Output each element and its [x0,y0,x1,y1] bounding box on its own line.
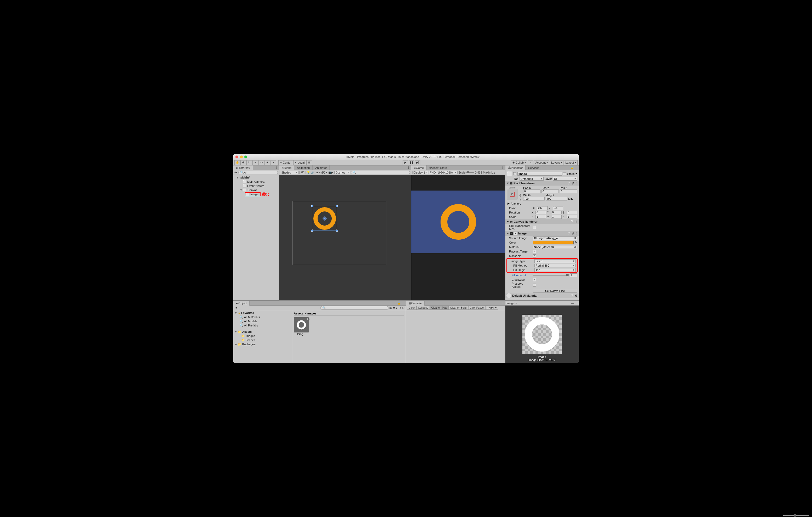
color-field[interactable] [533,241,574,244]
fill-amount-slider[interactable] [533,275,569,275]
hierarchy-tab[interactable]: ≡ Hierarchy [233,165,253,170]
layers-button[interactable]: Layers ▾ [550,160,563,165]
width-field[interactable] [523,197,545,201]
layout-button[interactable]: Layout ▾ [564,160,578,165]
raycast-checkbox[interactable] [533,250,536,253]
play-button[interactable]: ▶ [403,160,408,165]
clear-button[interactable]: Clear [407,306,416,310]
transform-tool[interactable]: ✦ [264,160,270,165]
canvas-renderer-header[interactable]: ▼ ◎ Canvas Renderer❔ ⋮ [505,219,579,224]
lock-icon[interactable]: 🔒 [570,166,574,170]
anchors-foldout[interactable]: Anchors [511,202,521,205]
rot-x-field[interactable] [535,211,546,214]
clear-on-play-button[interactable]: Clear on Play [430,306,448,310]
pivot-x-field[interactable] [537,206,548,210]
audio-icon[interactable]: 🔊 [311,171,315,174]
close-button[interactable] [235,155,238,158]
rotate-tool[interactable]: ↻ [246,160,252,165]
services-tab[interactable]: Services [526,165,542,170]
scenes-folder[interactable]: 📁 Scenes [233,338,292,342]
material-header[interactable]: Default UI Material❔ ⚙ [505,293,579,298]
animator-tab[interactable]: Animator [313,165,329,170]
asset-store-tab[interactable]: 🛍 Asset Store [427,165,450,170]
hidden-icon[interactable]: Ø [399,306,401,309]
maximize-toggle[interactable]: Maximize [483,171,495,174]
collab-button[interactable]: ◉ Collab ▾ [511,160,527,165]
resolution-dropdown[interactable]: FHD (1920x1080) [429,171,458,174]
scale-z-field[interactable] [567,215,577,219]
scale-y-field[interactable] [551,215,562,219]
packages-folder[interactable]: ▶📁 Packages [233,342,292,346]
collapse-button[interactable]: Collapse [416,306,430,310]
images-folder[interactable]: 📁 Images [233,334,292,338]
scene-tab[interactable]: # Scene [279,165,294,170]
raw-icon[interactable]: R [571,197,573,201]
asset-thumbnail[interactable]: ▶ Prog... [294,317,309,336]
layer-dropdown[interactable]: UI [553,177,577,181]
eyedropper-icon[interactable]: ✎ [575,241,577,244]
rot-y-field[interactable] [551,211,562,214]
fx-icon[interactable]: ☁ [316,171,318,174]
pivot-y-field[interactable] [553,206,563,210]
active-checkbox[interactable] [513,172,516,175]
hierarchy-item-canvas[interactable]: ▼⬜ Canvas [233,188,279,192]
pivot-local-button[interactable]: ⟲Local [293,160,306,165]
2d-toggle[interactable]: 2D [299,171,306,174]
move-tool[interactable]: ✥ [240,160,246,165]
minimize-button[interactable] [240,155,243,158]
search-all-materials[interactable]: 🔍 All Materials [233,315,292,319]
custom-tool[interactable]: ✕ [270,160,276,165]
scale-x-field[interactable] [535,215,546,219]
game-tab[interactable]: ∞ Game [411,165,427,170]
hierarchy-item-eventsystem[interactable]: ⬜ EventSystem [233,184,279,188]
add-button[interactable]: +▾ [234,306,237,309]
posz-field[interactable] [560,189,577,193]
search-all-prefabs[interactable]: 🔍 All Prefabs [233,323,292,328]
favorite-icon[interactable]: ★ [393,306,395,309]
favorites-folder[interactable]: ▼★ Favorites [233,311,292,315]
project-search[interactable]: 🔍 [320,306,388,310]
step-button[interactable]: ▶| [415,160,420,165]
display-dropdown[interactable]: Display 1 [412,171,428,174]
rect-tool[interactable]: ▭ [258,160,264,165]
search-all-models[interactable]: 🔍 All Models [233,319,292,323]
posy-field[interactable] [542,189,559,193]
light-icon[interactable]: 💡 [307,171,310,174]
image-component-header[interactable]: ▼ 🖼 Image❔ ⇄ ⋮ [505,231,579,236]
image-type-dropdown[interactable]: Filled [534,259,576,263]
context-menu-icon[interactable]: ⋮ [275,166,278,170]
scene-search[interactable]: 🔍 [351,171,410,174]
account-button[interactable]: Account ▾ [534,160,549,165]
hidden-icon[interactable]: Ø0 [321,171,325,174]
blueprint-icon[interactable]: ⊡ [568,197,571,201]
project-tab[interactable]: ■ Project [233,301,250,306]
label-icon[interactable]: ● [396,306,398,309]
anchor-preset-button[interactable] [507,189,517,200]
scale-slider[interactable] [466,172,474,173]
source-image-field[interactable]: ▦ProgressRing_W⊙ [533,236,577,240]
hand-tool[interactable]: ✋ [234,160,240,165]
maskable-checkbox[interactable] [533,254,536,257]
fill-method-dropdown[interactable]: Radial 360 [534,264,576,267]
context-menu-icon[interactable]: ⋮ [407,166,410,170]
fill-origin-dropdown[interactable]: Top [534,268,576,272]
clockwise-checkbox[interactable] [533,278,536,281]
hierarchy-scene[interactable]: ▼◁ Main*⋮ [233,175,279,180]
rect-transform-header[interactable]: ▼ ⊞ Rect Transform❔ ⇄ ⋮ [505,181,579,186]
posx-field[interactable] [523,189,541,193]
camera-icon[interactable]: 📷▾ [328,171,334,174]
pause-button[interactable]: ❚❚ [409,160,414,165]
preview-menu-icon[interactable]: — [571,302,574,305]
maximize-button[interactable] [244,155,247,158]
gameobject-name-field[interactable] [517,172,562,176]
material-field[interactable]: None (Material)⊙ [533,245,577,249]
assets-folder[interactable]: ▼📁 Assets [233,330,292,334]
hierarchy-search[interactable]: 🔍 All [238,171,278,174]
gizmos-dropdown[interactable]: Gizmos [334,171,350,174]
height-field[interactable] [546,197,567,201]
add-button[interactable]: +▾ [234,171,237,174]
cull-checkbox[interactable] [533,226,536,229]
set-native-size-button[interactable]: Set Native Size [533,289,577,293]
tag-dropdown[interactable]: Untagged [520,177,544,181]
snap-button[interactable]: ⊞ [306,160,312,165]
